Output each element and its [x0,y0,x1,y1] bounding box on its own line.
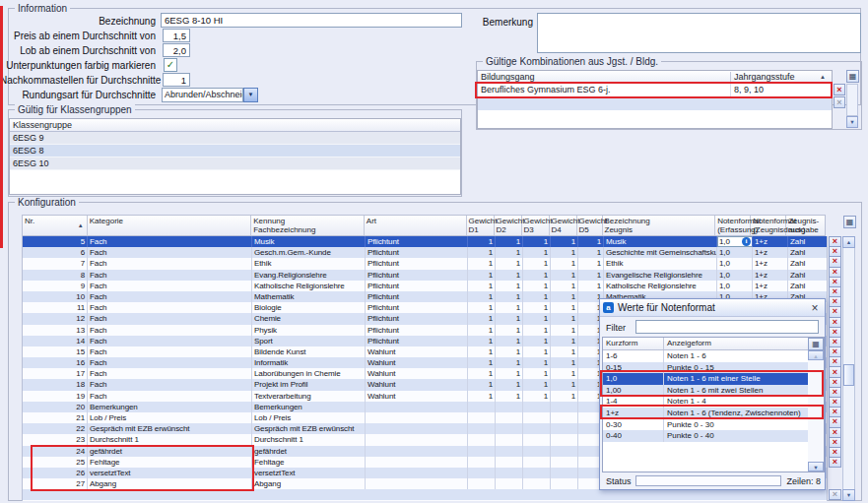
cell-kurzform: 1-4 [603,396,664,408]
column-header-kategorie[interactable]: Kategorie [88,216,251,235]
cell-gewicht-d3 [523,402,551,412]
cell-gewicht-d4: 1 [551,281,578,291]
format-option-row[interactable]: 1+zNoten 1 - 6 (Tendenz, Zwischennoten) [603,408,810,419]
column-chooser-button[interactable]: ▦ [846,70,859,83]
scroll-up-icon[interactable]: ▲ [808,350,824,360]
close-icon[interactable]: × [808,301,822,315]
column-chooser-button[interactable]: ▦ [843,216,856,228]
klassengruppen-group-label: Gültig für Klassengruppen [15,104,135,115]
cell-gewicht-d4 [551,468,578,478]
column-header-klassengruppe[interactable]: Klassengruppe [13,120,72,130]
cell-anzeigeform: Punkte 0 - 40 [664,430,810,442]
klassengruppe-row[interactable]: 6ESG 10 [10,157,460,170]
cell-gewicht-d1: 1 [468,258,496,269]
cell-gewicht-d4: 1 [551,336,578,346]
column-header-bezeichnung-zeugnis[interactable]: Bezeichnung Zeugnis [603,216,716,235]
cell-gewicht-d1: 1 [468,236,496,247]
column-header-nr[interactable]: Nr.▲ [23,216,88,235]
column-header-notenformat-zeugnisdruck[interactable]: Notenformat (Zeugnisdruck) [751,216,786,235]
format-option-row[interactable]: 1,0Noten 1 - 6 mit einer Stelle [603,373,810,385]
cell-gewicht-d1: 1 [468,336,496,346]
cell-zeugnisausgabe: Zahl [788,258,827,269]
column-header-gewicht-d4[interactable]: Gewicht D4 [550,216,577,235]
cell-nr: 22 [23,423,88,434]
cell-gewicht-d4: 1 [551,291,578,302]
info-icon[interactable]: i [742,237,751,246]
format-option-row[interactable]: 1-4Noten 1 - 4 [603,396,810,408]
klassengruppe-row[interactable]: 6ESG 8 [10,145,460,157]
cell-art: Pflichtunt [366,302,468,313]
delete-row-button[interactable]: × [829,457,841,468]
scrollbar-thumb[interactable] [843,364,854,386]
dialog-titlebar[interactable]: a Werte für Notenformat × [600,299,825,317]
nachkommastellen-input[interactable] [163,73,190,87]
column-header-anzeigeform[interactable]: Anzeigeform [664,338,810,349]
delete-kombination-button[interactable]: × [834,84,845,95]
cell-gewicht-d3: 1 [523,258,551,269]
format-option-row[interactable]: 1,00Noten 1 - 6 mit zwei Stellen [603,385,810,397]
scroll-down-icon[interactable]: ▼ [846,116,858,128]
format-option-row[interactable]: 1-6Noten 1 - 6 [603,350,810,362]
column-header-gewicht-d3[interactable]: Gewicht D3 [522,216,550,235]
cell-kurzform: 1,0 [603,373,664,385]
format-option-row[interactable]: 0-30Punkte 0 - 30 [603,419,810,431]
cell-nr: 20 [23,402,88,412]
dialog-scrollbar[interactable]: ▦ ▲ ▼ [808,338,824,472]
konfig-row[interactable]: 8FachEvang.ReligionslehrePflichtunt11111… [23,270,827,281]
scroll-down-icon[interactable]: ▼ [842,489,855,501]
cell-kennung: Katholische Religionslehre [252,281,366,291]
scroll-up-icon[interactable]: ▲ [842,236,855,248]
column-header-notenformat-erfassung[interactable]: Notenformat (Erfassung) [715,216,751,235]
bemerkung-textarea[interactable] [537,13,861,53]
cell-gewicht-d3 [523,457,551,468]
column-header-kurzform[interactable]: Kurzform [603,338,664,349]
notenformat-erfassung-editor[interactable]: 1,0i [717,236,753,247]
notenformat-edit-value[interactable]: 1,0 [719,236,741,247]
cell-nr: 24 [23,446,88,457]
filter-input[interactable] [635,320,819,334]
kombination-row[interactable]: Berufliches Gymnasium ESG 6-j.8, 9, 10 [478,84,832,97]
column-header-gewicht-d5[interactable]: Gewicht D5 [577,216,603,235]
format-option-row[interactable]: 0-15Punkte 0 - 15 [603,362,810,374]
konfig-row[interactable]: 6FachGesch.m.Gem.-KundePflichtunt11111Ge… [23,247,827,258]
column-header-gewicht-d1[interactable]: Gewicht D1 [467,216,495,235]
cell-art: Pflichtunt [366,291,468,302]
cell-gewicht-d2: 1 [496,281,523,291]
format-option-row[interactable]: 0-40Punkte 0 - 40 [603,430,810,442]
klassengruppe-row[interactable]: 6ESG 9 [10,132,460,145]
cell-gewicht-d1 [468,402,496,412]
sort-asc-icon: ▲ [78,221,84,230]
konfig-row[interactable]: 9FachKatholische ReligionslehrePflichtun… [23,281,827,291]
bezeichnung-input[interactable] [161,13,462,28]
unterpunktungen-checkbox[interactable]: ✓ [164,58,177,72]
scroll-down-icon[interactable]: ▼ [808,462,824,472]
column-chooser-button[interactable]: ▦ [808,338,824,350]
column-header-zeugnisausgabe[interactable]: Zeugnis- ausgabe [786,216,825,235]
lob-durchschnitt-input[interactable] [163,43,190,57]
cell-kategorie: Fach [88,379,252,390]
check-icon: ✓ [167,59,174,70]
cell-gewicht-d4: 1 [551,379,578,390]
column-header-gewicht-d2[interactable]: Gewicht D2 [495,216,522,235]
cell-gewicht-d3: 1 [523,291,551,302]
information-group-label: Information [15,3,70,14]
preis-durchschnitt-input[interactable] [163,29,190,42]
kombinationen-scrollbar-track[interactable] [846,84,858,116]
konfig-row[interactable]: 5FachMusikPflichtunt11111Musik1,0i1+zZah… [23,236,827,247]
konfig-scrollbar[interactable]: ▲ ▼ [842,236,855,501]
konfig-row[interactable]: 7FachEthikPflichtunt11111Ethik1,01+zZahl [23,258,827,269]
column-header-kennung[interactable]: Kennung Fachbezeichnung [251,216,365,235]
cell-notenformat-zeugnisdruck: 1+z [753,247,788,258]
cell-gewicht-d4: 1 [551,258,578,269]
dropdown-icon[interactable]: ▼ [243,88,258,102]
scrollbar-track[interactable] [808,360,824,462]
column-header-jahrgangsstufe[interactable]: Jahrgangsstufe [731,72,820,82]
cell-gewicht-d1: 1 [468,391,496,402]
cell-art: Pflichtunt [366,270,468,281]
column-header-art[interactable]: Art [365,216,467,235]
column-header-bildungsgang[interactable]: Bildungsgang [478,72,731,82]
rundungsart-dropdown[interactable]: Abrunden/Abschneiden ▼ [162,88,258,102]
scrollbar-track[interactable] [842,248,855,489]
cell-gewicht-d1: 1 [468,313,496,324]
cell-gewicht-d1: 1 [468,302,496,313]
